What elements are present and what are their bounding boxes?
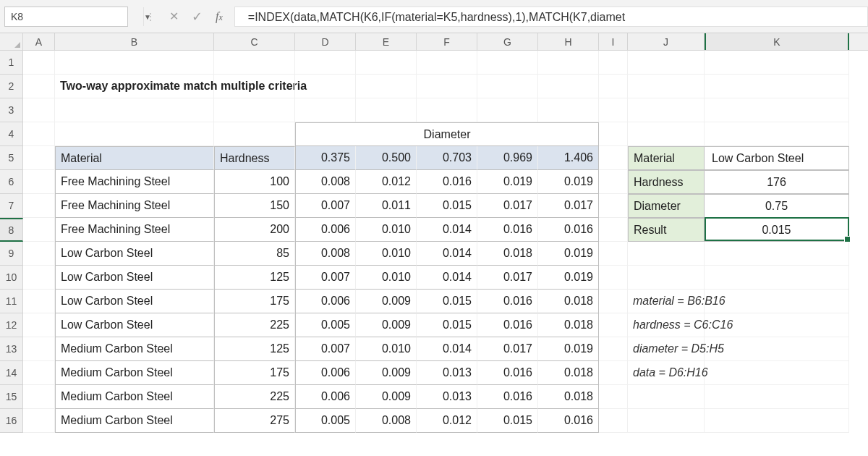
row-header-11[interactable]: 11 [0, 290, 23, 313]
cell[interactable] [538, 75, 599, 98]
cell[interactable] [417, 51, 477, 75]
cell[interactable] [705, 266, 849, 290]
cell[interactable] [628, 385, 705, 409]
table-row[interactable]: 0.014 [417, 242, 477, 266]
table-row[interactable]: 150 [214, 194, 295, 218]
table-row[interactable]: 125 [214, 337, 295, 361]
table-row[interactable]: Low Carbon Steel [55, 313, 214, 337]
cell[interactable] [628, 51, 705, 75]
table-row[interactable]: 0.013 [417, 385, 477, 409]
row-header-15[interactable]: 15 [0, 385, 23, 409]
cell[interactable] [23, 194, 55, 218]
table-row[interactable]: 0.014 [417, 218, 477, 242]
cell[interactable] [628, 266, 705, 290]
row-header-4[interactable]: 4 [0, 122, 23, 146]
cell[interactable] [705, 98, 849, 122]
cell[interactable] [55, 98, 214, 122]
cell[interactable] [23, 122, 55, 146]
table-row[interactable]: 0.015 [417, 290, 477, 313]
cell[interactable] [295, 51, 356, 75]
cell[interactable] [599, 146, 628, 170]
cell[interactable] [23, 170, 55, 194]
table-row[interactable]: 0.010 [356, 218, 417, 242]
lookup-result-label[interactable]: Result [628, 218, 705, 242]
table-row[interactable]: 225 [214, 313, 295, 337]
table-row[interactable]: 0.013 [417, 361, 477, 385]
name-box-input[interactable] [5, 11, 143, 22]
named-range-note[interactable]: data = D6:H16 [628, 361, 705, 385]
cell[interactable] [705, 242, 849, 266]
table-row[interactable]: 0.008 [295, 242, 356, 266]
table-row[interactable]: 0.017 [477, 194, 538, 218]
table-row[interactable]: 0.010 [356, 266, 417, 290]
table-row[interactable]: 0.016 [477, 218, 538, 242]
table-row[interactable]: 0.017 [477, 266, 538, 290]
cell[interactable] [23, 266, 55, 290]
cell[interactable] [23, 385, 55, 409]
cell[interactable] [705, 313, 849, 337]
cell[interactable] [628, 75, 705, 98]
name-box[interactable]: ▼ [4, 7, 128, 27]
cell[interactable] [599, 337, 628, 361]
col-header-K[interactable]: K [705, 33, 849, 50]
cell[interactable] [214, 51, 295, 75]
table-row[interactable]: 0.018 [538, 290, 599, 313]
table-row[interactable]: 100 [214, 170, 295, 194]
table-row[interactable]: 0.016 [477, 385, 538, 409]
diameter-col[interactable]: 0.500 [356, 146, 417, 170]
row-header-9[interactable]: 9 [0, 242, 23, 266]
table-row[interactable]: 0.007 [295, 266, 356, 290]
table-row[interactable]: 0.016 [538, 218, 599, 242]
table-row[interactable]: 0.018 [538, 361, 599, 385]
table-row[interactable]: 0.018 [477, 242, 538, 266]
cell[interactable] [599, 266, 628, 290]
cell[interactable] [356, 51, 417, 75]
table-row[interactable]: 0.009 [356, 290, 417, 313]
cell[interactable] [599, 242, 628, 266]
col-header-D[interactable]: D [295, 33, 356, 50]
cell[interactable] [599, 385, 628, 409]
table-row[interactable]: Low Carbon Steel [55, 266, 214, 290]
named-range-note[interactable]: material = B6:B16 [628, 290, 705, 313]
cell[interactable] [538, 51, 599, 75]
table-row[interactable]: 0.006 [295, 385, 356, 409]
table-row[interactable]: 0.014 [417, 337, 477, 361]
cell[interactable] [417, 75, 477, 98]
col-header-F[interactable]: F [417, 33, 477, 50]
cell[interactable] [295, 98, 356, 122]
cell[interactable] [356, 75, 417, 98]
cell[interactable] [23, 409, 55, 433]
table-row[interactable]: 0.017 [538, 194, 599, 218]
table-row[interactable]: 0.014 [417, 266, 477, 290]
cell[interactable] [628, 98, 705, 122]
table-row[interactable]: Free Machining Steel [55, 218, 214, 242]
cell[interactable] [23, 337, 55, 361]
accept-formula-icon[interactable]: ✓ [192, 9, 203, 25]
cell[interactable] [599, 361, 628, 385]
cell[interactable] [55, 51, 214, 75]
table-row[interactable]: 200 [214, 218, 295, 242]
table-row[interactable]: 0.011 [356, 194, 417, 218]
cell[interactable] [705, 409, 849, 433]
cell[interactable] [599, 98, 628, 122]
table-row[interactable]: 225 [214, 385, 295, 409]
row-header-14[interactable]: 14 [0, 361, 23, 385]
row-header-7[interactable]: 7 [0, 194, 23, 218]
table-row[interactable]: 0.018 [538, 313, 599, 337]
table-row[interactable]: 85 [214, 242, 295, 266]
cell[interactable] [599, 51, 628, 75]
cell[interactable] [477, 51, 538, 75]
cell[interactable] [23, 98, 55, 122]
table-row[interactable]: 125 [214, 266, 295, 290]
cell[interactable] [705, 290, 849, 313]
row-header-12[interactable]: 12 [0, 313, 23, 337]
cell[interactable] [599, 290, 628, 313]
fx-icon[interactable]: fx [216, 10, 223, 23]
lookup-hardness-label[interactable]: Hardness [628, 170, 705, 194]
col-header-J[interactable]: J [628, 33, 705, 50]
row-header-10[interactable]: 10 [0, 266, 23, 290]
cell[interactable] [599, 218, 628, 242]
table-row[interactable]: 0.018 [538, 385, 599, 409]
table-row[interactable]: 0.015 [417, 313, 477, 337]
formula-input[interactable]: =INDEX(data,MATCH(K6,IF(material=K5,hard… [234, 7, 868, 27]
